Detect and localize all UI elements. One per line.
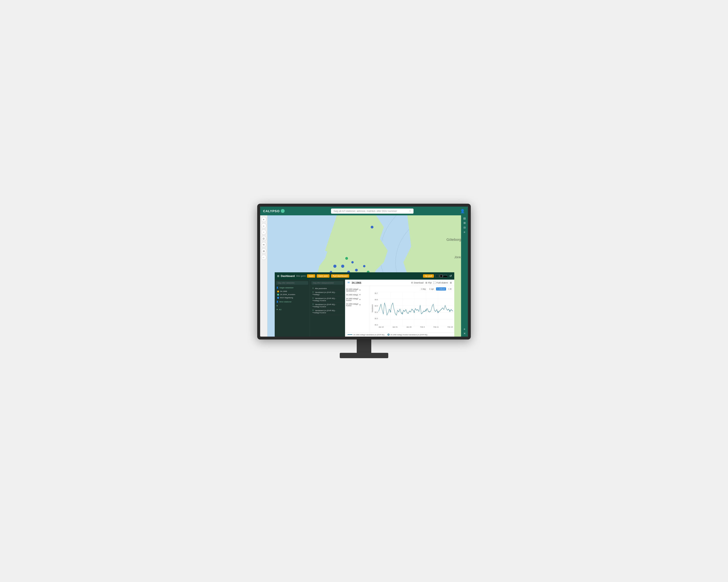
right-toolbar: ▤ ⊞ ⊟ ≡ ≡ ✕	[461, 215, 468, 337]
rt-list-icon[interactable]: ≡	[464, 328, 465, 331]
monitor-stand-neck	[357, 339, 371, 353]
search-clear-icon[interactable]: ✕	[409, 210, 411, 213]
svg-text:Jönköping: Jönköping	[454, 255, 461, 259]
svg-point-54	[438, 311, 438, 312]
gem-button[interactable]: Gem	[307, 274, 315, 278]
user-icon[interactable]: 👤	[460, 209, 465, 213]
param-indtag3-kontrol[interactable]: ⠿ Vandstand (m (DVR 90)) - **indtag3 Kon…	[311, 309, 343, 315]
au-header: ▼ AU	[276, 308, 308, 311]
tab-1maned[interactable]: 1 måned	[436, 287, 446, 290]
rt-database-icon[interactable]: ▤	[463, 217, 466, 220]
y-label-5: 30.3	[371, 318, 379, 320]
svg-point-7	[355, 269, 358, 271]
label-text-2: 34.1966 indtag1	[346, 294, 358, 296]
chart-label-1[interactable]: 34.1966 indtag3Vandstand (m ▼	[346, 288, 368, 292]
monitor: CALYPSO Søg på IoT-stationer, adresse, m…	[257, 204, 471, 339]
mine-stationer-header: 👤 Mine stationer	[276, 301, 308, 303]
measure-button[interactable]: ✏	[261, 242, 266, 247]
minus-circle-button[interactable]: ⊖	[261, 248, 266, 254]
datasource-panel: 👤 Valgte datakilder 34.1966 26.3094_Kun	[275, 280, 310, 337]
datasource-section-header: 👤 Valgte datakilder	[276, 287, 308, 289]
datasource-item-2[interactable]: 26.3094_Kunsten	[276, 293, 308, 296]
chart-label-2[interactable]: 34.1966 indtag1 ▼	[346, 294, 368, 296]
download-label: Download	[414, 281, 423, 284]
param-2-label: Vandstand (m (DVR 90)) - **indtag1 Kontr…	[312, 297, 336, 302]
dashboard-icon: ⊞	[277, 275, 279, 278]
chart-label-4[interactable]: 34.1966 indtag3Kontrol ▼	[346, 303, 368, 306]
ryd-button[interactable]: Ryd dashboard	[331, 274, 349, 278]
home-button[interactable]: ⌂	[261, 223, 266, 228]
y-axis-title: Vandstand	[371, 304, 373, 312]
x-label-2: Jan 21	[392, 326, 397, 328]
chart-label-3[interactable]: 34.1966 indtag2Kontrol ▼	[346, 298, 368, 301]
param-search-input[interactable]	[311, 281, 343, 285]
chevron-4: ▼	[359, 304, 361, 306]
y-label-2: 30.6	[371, 299, 379, 301]
view-single-button[interactable]: □	[435, 275, 439, 277]
back-button[interactable]: ←	[261, 255, 266, 260]
au-label: AU	[279, 308, 282, 311]
x-label-1: Jan 14	[379, 326, 384, 328]
left-toolbar: + ⌂ − ◎ ✏ ⊖ ←	[260, 215, 267, 337]
move-button[interactable]: ⊞ Flyt	[425, 281, 432, 284]
view-grid-button[interactable]: ■	[440, 275, 443, 277]
param-alle-label: Alle parametre	[315, 287, 327, 289]
chart-area: 1 dag 1 uge 1 måned 1 år	[369, 286, 454, 332]
datasource-item-1[interactable]: 34.1966	[276, 290, 308, 293]
view-wide-button[interactable]: ▬	[444, 275, 447, 277]
rt-layers-icon[interactable]: ⊟	[464, 226, 466, 229]
rt-x-icon[interactable]: ✕	[464, 332, 466, 335]
move-icon: ⊞	[425, 281, 427, 284]
x-label-3: Jan 28	[407, 326, 412, 328]
svg-point-50	[390, 311, 391, 312]
ds-dot-green	[277, 294, 279, 296]
param-panel: ⠿ Alle parametre ⠿ Vandstand (m (DVR 90)…	[310, 280, 345, 337]
svg-point-21	[363, 265, 365, 268]
topbar: CALYPSO Søg på IoT-stationer, adresse, m…	[260, 206, 468, 215]
search-box[interactable]: Søg på IoT-stationer, adresse, matrikel-…	[331, 209, 414, 214]
chart-legend: 34.1966 indtag3 Vandstand (m (DVR 90)) 3…	[345, 332, 454, 337]
dashboard-title: Dashboard	[281, 275, 294, 277]
x-label-4: Feb 4	[420, 326, 425, 328]
chart-grid-button[interactable]: ⊞	[450, 281, 452, 284]
x-label-6: Feb 18	[447, 326, 453, 328]
rt-grid-icon[interactable]: ⊞	[464, 221, 466, 225]
dashboard-panel: ⊞ Dashboard Ikke gemt Gem Gem som Ryd da…	[275, 272, 454, 337]
tab-1ar[interactable]: 1 år	[447, 287, 453, 290]
main-content: + ⌂ − ◎ ✏ ⊖ ←	[260, 215, 468, 337]
tab-1uge[interactable]: 1 uge	[428, 287, 435, 290]
svg-point-19	[345, 257, 348, 260]
ny-graf-button[interactable]: Ny graf	[423, 274, 434, 278]
chart-panel: ✉ 34.1966 ⬇ Download ⊞	[345, 280, 454, 337]
y-label-1: 30.7	[371, 293, 379, 294]
x-label-5: Feb 11	[434, 326, 439, 328]
fullscreen-label: Fuld skærm	[436, 281, 448, 284]
location-button[interactable]: ◎	[261, 236, 266, 241]
zoom-in-button[interactable]: +	[261, 217, 266, 222]
param-1-label: Vandstand (m (DVR 90)) - **indtag1	[312, 291, 336, 296]
param-indtag1[interactable]: ⠿ Vandstand (m (DVR 90)) - **indtag1	[311, 290, 343, 297]
param-indtag1-kontrol[interactable]: ⠿ Vandstand (m (DVR 90)) - **indtag1 Kon…	[311, 297, 343, 303]
ds-label-1: 34.1966	[280, 290, 287, 293]
gem-som-button[interactable]: Gem som	[317, 274, 330, 278]
ds-label-2: 26.3094_Kunsten	[280, 294, 295, 296]
person-icon-2: 👤	[276, 301, 279, 303]
datasource-search-input[interactable]	[276, 281, 308, 285]
refresh-button[interactable]: ↺	[449, 274, 452, 278]
rt-table-icon[interactable]: ≡	[464, 231, 465, 233]
mine-stationer-label: Mine stationer	[279, 301, 291, 303]
datasource-item-3[interactable]: M15 Stigisborg	[276, 296, 308, 299]
chart-header-right: ⬇ Download ⊞ Flyt ⛶	[411, 281, 452, 284]
ds-label-3: M15 Stigisborg	[280, 297, 293, 299]
param-alle[interactable]: ⠿ Alle parametre	[311, 287, 343, 290]
tab-1dag[interactable]: 1 dag	[420, 287, 427, 290]
download-button[interactable]: ⬇ Download	[411, 281, 423, 284]
legend-label-1: 34.1966 indtag3 Vandstand (m (DVR 90))	[353, 334, 385, 336]
svg-point-51	[402, 313, 402, 314]
zoom-out-button[interactable]: −	[261, 229, 266, 235]
dashboard-body: 👤 Valgte datakilder 34.1966 26.3094_Kun	[275, 280, 454, 337]
param-indtag2-kontrol[interactable]: ⠿ Vandstand (m (DVR 90)) - **indtag2 Kon…	[311, 303, 343, 309]
fullscreen-button[interactable]: ⛶ Fuld skærm	[434, 281, 448, 284]
collapse-arrow[interactable]: ▼	[276, 305, 308, 307]
svg-point-53	[426, 310, 426, 311]
